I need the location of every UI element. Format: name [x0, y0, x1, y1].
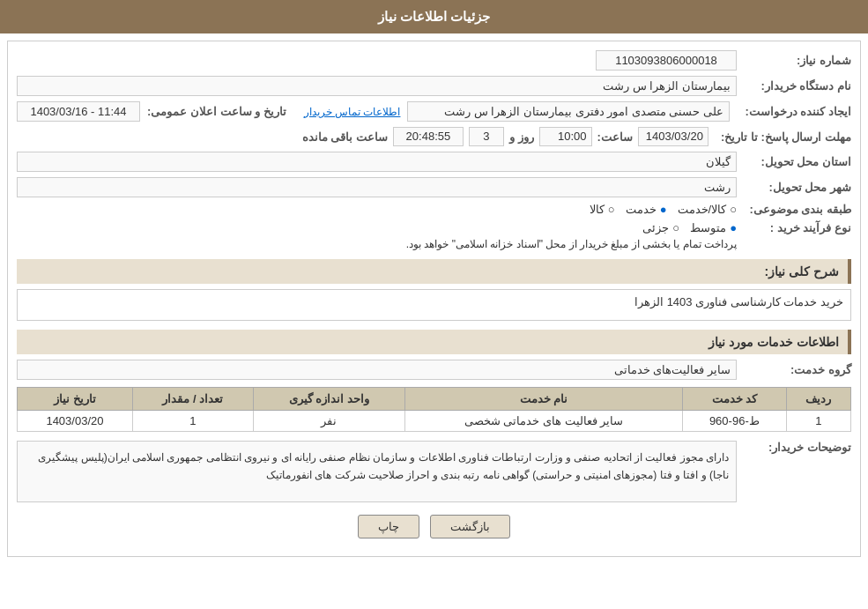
shahr-label: شهر محل تحویل:: [737, 181, 851, 194]
radio-kala[interactable]: ○ کالا: [590, 203, 615, 216]
back-button[interactable]: بازگشت: [430, 515, 510, 538]
col-vahed: واحد اندازه گیری: [253, 388, 405, 411]
khadamat-section-title: اطلاعات خدمات مورد نیاز: [17, 330, 851, 354]
col-tarikh: تاریخ نیاز: [18, 388, 133, 411]
col-name: نام خدمت: [405, 388, 683, 411]
grouh-label: گروه خدمت:: [737, 363, 851, 376]
nav-note: پرداخت تمام یا بخشی از مبلغ خریدار از مح…: [17, 238, 737, 250]
table-row: 1ط-96-960سایر فعالیت های خدماتی شخصینفر1…: [18, 411, 851, 432]
nav-farayand-radio-group: ● متوسط ○ جزئی: [17, 221, 737, 234]
etelaat-tamas-link[interactable]: اطلاعات تماس خریدار: [304, 106, 401, 118]
description-value: دارای مجوز فعالیت از اتحادیه صنفی و وزار…: [17, 441, 737, 502]
saat-label: ساعت:: [597, 130, 633, 144]
ostan-value: گیلان: [17, 152, 737, 172]
mohlat-label: مهلت ارسال پاسخ: تا تاریخ:: [714, 130, 851, 144]
saat-baghi-value: 20:48:55: [393, 127, 464, 146]
grouh-value: سایر فعالیت‌های خدماتی: [17, 360, 737, 380]
shmare-niaz-value: 1103093806000018: [596, 50, 737, 71]
col-kod: کد خدمت: [682, 388, 786, 411]
saat-baghi-label: ساعت باقی مانده: [302, 130, 388, 144]
cell-kod: ط-96-960: [682, 411, 786, 432]
sharh-section-title: شرح کلی نیاز:: [17, 259, 851, 284]
radio-motavasset[interactable]: ● متوسط: [690, 221, 737, 234]
ostan-label: استان محل تحویل:: [737, 155, 851, 168]
tarikh-elan-label: تاریخ و ساعت اعلان عمومی:: [147, 105, 286, 118]
page-title: جزئیات اطلاعات نیاز: [378, 9, 490, 24]
radio-kala-khadamat[interactable]: ○ کالا/خدمت: [678, 203, 737, 216]
shahr-value: رشت: [17, 177, 737, 197]
tabaqe-label: طبقه بندی موضوعی:: [737, 203, 851, 216]
col-radif: ردیف: [786, 388, 850, 411]
print-button[interactable]: چاپ: [358, 515, 419, 538]
nam-dastaghah-value: بیمارستان الزهرا س رشت: [17, 76, 737, 96]
roz-value: 3: [469, 127, 504, 146]
page-header: جزئیات اطلاعات نیاز: [0, 0, 868, 33]
cell-tarikh: 1403/03/20: [18, 411, 133, 432]
description-label: توضیحات خریدار:: [737, 441, 851, 454]
radio-khadamat[interactable]: ● خدمت: [626, 203, 667, 216]
cell-vahed: نفر: [253, 411, 405, 432]
nam-dastaghah-label: نام دستگاه خریدار:: [737, 79, 851, 93]
radio-jozee[interactable]: ○ جزئی: [642, 221, 679, 234]
sharh-label: شرح کلی نیاز:: [765, 264, 839, 279]
ijad-konande-label: ایجاد کننده درخواست:: [737, 105, 851, 118]
date-value: 1403/03/20: [638, 127, 708, 146]
tarikh-elan-value: 1403/03/16 - 11:44: [17, 101, 140, 122]
tabaqe-radio-group: ○ کالا/خدمت ● خدمت ○ کالا: [590, 203, 737, 216]
nav-farayand-label: نوع فرآیند خرید :: [737, 221, 851, 234]
col-tedad: تعداد / مقدار: [132, 388, 253, 411]
saat-value: 10:00: [539, 127, 592, 146]
buttons-row: بازگشت چاپ: [17, 515, 851, 538]
ijad-konande-value: علی حسنی متصدی امور دفتری بیمارستان الزه…: [407, 101, 730, 122]
sharh-value: خرید خدمات کارشناسی فناوری 1403 الزهرا: [17, 289, 851, 321]
cell-name: سایر فعالیت های خدماتی شخصی: [405, 411, 683, 432]
items-table: ردیف کد خدمت نام خدمت واحد اندازه گیری ت…: [17, 387, 851, 432]
roz-label: روز و: [509, 130, 534, 144]
cell-tedad: 1: [132, 411, 253, 432]
shmare-niaz-label: شماره نیاز:: [737, 54, 851, 67]
cell-radif: 1: [786, 411, 850, 432]
